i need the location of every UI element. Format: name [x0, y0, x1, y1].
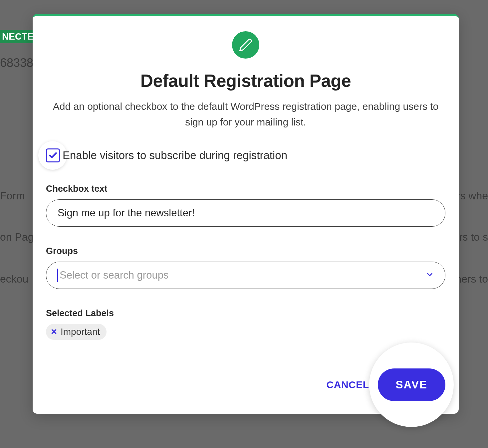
- groups-select[interactable]: Select or search groups: [46, 262, 445, 289]
- groups-placeholder: Select or search groups: [60, 269, 168, 281]
- registration-modal: Default Registration Page Add an optiona…: [33, 14, 459, 414]
- bg-form-text: Form: [0, 190, 25, 202]
- bg-nersto-text: ners to: [455, 273, 488, 285]
- enable-subscribe-checkbox[interactable]: [46, 148, 60, 162]
- pencil-icon: [232, 31, 259, 59]
- modal-description: Add an optional checkbox to the default …: [51, 99, 440, 130]
- checkbox-text-input[interactable]: [46, 199, 445, 227]
- check-icon: [48, 151, 58, 160]
- selected-labels-label: Selected Labels: [46, 308, 445, 319]
- cancel-button[interactable]: CANCEL: [327, 379, 369, 390]
- bg-eckou-text: eckou: [0, 273, 28, 285]
- text-cursor: [57, 269, 58, 282]
- chip-remove-icon[interactable]: ✕: [51, 327, 57, 336]
- enable-subscribe-label: Enable visitors to subscribe during regi…: [63, 149, 287, 162]
- modal-title: Default Registration Page: [46, 71, 445, 91]
- chip-important: ✕ Important: [46, 324, 107, 340]
- checkbox-text-label: Checkbox text: [46, 184, 445, 194]
- groups-label: Groups: [46, 246, 445, 256]
- bg-connected-badge: NECTE: [0, 30, 36, 43]
- save-button[interactable]: SAVE: [378, 368, 445, 401]
- chip-label: Important: [61, 327, 100, 337]
